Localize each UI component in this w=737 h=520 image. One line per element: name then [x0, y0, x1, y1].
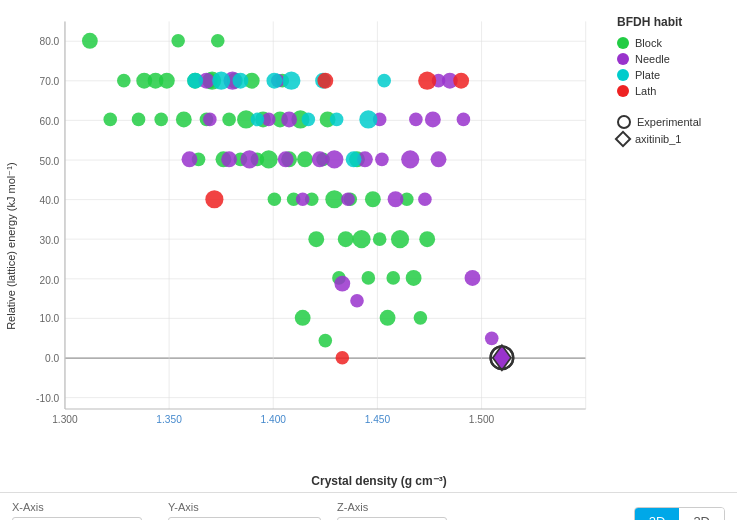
svg-point-71 — [373, 232, 387, 246]
y-axis-label: Relative (lattice) energy (kJ mol⁻¹) — [0, 0, 21, 492]
svg-point-94 — [296, 192, 310, 206]
svg-point-119 — [251, 113, 265, 127]
svg-text:1.450: 1.450 — [365, 414, 391, 425]
y-axis-control: Y-Axis Relative lattice energy — [168, 501, 321, 520]
svg-point-106 — [465, 270, 481, 286]
svg-point-86 — [319, 334, 333, 348]
plate-label: Plate — [635, 69, 660, 81]
svg-point-90 — [221, 151, 237, 167]
svg-point-65 — [338, 231, 354, 247]
svg-text:60.0: 60.0 — [39, 116, 59, 127]
legend-item-block: Block — [617, 37, 727, 49]
svg-point-82 — [154, 113, 168, 127]
svg-point-118 — [232, 73, 248, 89]
svg-point-102 — [418, 192, 432, 206]
svg-point-131 — [418, 72, 436, 90]
svg-point-130 — [317, 73, 333, 89]
svg-point-101 — [401, 150, 419, 168]
svg-point-126 — [359, 110, 377, 128]
svg-point-117 — [212, 72, 230, 90]
svg-text:20.0: 20.0 — [39, 275, 59, 286]
axitinib-icon — [615, 131, 632, 148]
svg-point-112 — [281, 111, 297, 127]
svg-point-88 — [182, 151, 198, 167]
svg-text:1.300: 1.300 — [52, 414, 78, 425]
svg-point-85 — [295, 310, 311, 326]
x-axis-control: X-Axis Crystal density — [12, 501, 152, 520]
x-axis-label: Crystal density (g cm⁻³) — [21, 472, 737, 492]
svg-point-69 — [362, 271, 376, 285]
svg-text:40.0: 40.0 — [39, 195, 59, 206]
svg-point-137 — [485, 332, 499, 346]
svg-point-51 — [260, 150, 278, 168]
z-axis-control: Z-Axis — [337, 501, 457, 520]
svg-text:70.0: 70.0 — [39, 76, 59, 87]
needle-color-icon — [617, 53, 629, 65]
svg-point-91 — [240, 150, 258, 168]
svg-point-81 — [159, 73, 175, 89]
y-axis-control-label: Y-Axis — [168, 501, 321, 513]
svg-text:10.0: 10.0 — [39, 313, 59, 324]
legend-item-plate: Plate — [617, 69, 727, 81]
block-label: Block — [635, 37, 662, 49]
plate-color-icon — [617, 69, 629, 81]
lath-color-icon — [617, 85, 629, 97]
svg-point-127 — [377, 74, 391, 88]
svg-point-42 — [211, 34, 225, 48]
svg-point-108 — [350, 294, 364, 308]
svg-point-78 — [419, 231, 435, 247]
plot-container: -10.0 0.0 10.0 20.0 30.0 40.0 50.0 60.0 … — [21, 0, 607, 472]
svg-point-44 — [222, 113, 236, 127]
btn-3d[interactable]: 3D — [679, 508, 724, 520]
z-axis-control-label: Z-Axis — [337, 501, 457, 513]
svg-text:-10.0: -10.0 — [36, 393, 60, 404]
svg-point-128 — [187, 73, 203, 89]
svg-text:1.500: 1.500 — [469, 414, 495, 425]
svg-point-97 — [341, 192, 355, 206]
svg-point-83 — [136, 73, 152, 89]
svg-point-120 — [266, 73, 282, 89]
main-container: Relative (lattice) energy (kJ mol⁻¹) — [0, 0, 737, 520]
svg-point-72 — [380, 310, 396, 326]
svg-point-133 — [453, 73, 469, 89]
svg-text:80.0: 80.0 — [39, 36, 59, 47]
svg-point-60 — [308, 231, 324, 247]
legend-item-lath: Lath — [617, 85, 727, 97]
legend-title: BFDH habit — [617, 15, 727, 29]
svg-point-107 — [334, 276, 350, 292]
block-color-icon — [617, 37, 629, 49]
svg-point-63 — [325, 190, 343, 208]
svg-point-76 — [406, 270, 422, 286]
controls-bar: X-Axis Crystal density Y-Axis Relative l… — [0, 492, 737, 520]
plot-and-legend: -10.0 0.0 10.0 20.0 30.0 40.0 50.0 60.0 … — [21, 0, 737, 472]
experimental-icon — [617, 115, 631, 129]
svg-point-73 — [386, 271, 400, 285]
needle-label: Needle — [635, 53, 670, 65]
chart-area: Relative (lattice) energy (kJ mol⁻¹) — [0, 0, 737, 492]
svg-point-122 — [302, 113, 316, 127]
x-axis-control-label: X-Axis — [12, 501, 152, 513]
svg-point-114 — [409, 113, 423, 127]
svg-point-52 — [268, 192, 282, 206]
svg-point-93 — [278, 151, 294, 167]
svg-point-96 — [325, 150, 343, 168]
svg-point-124 — [330, 113, 344, 127]
svg-point-103 — [431, 151, 447, 167]
legend-item-needle: Needle — [617, 53, 727, 65]
svg-point-74 — [391, 230, 409, 248]
svg-point-36 — [132, 113, 146, 127]
svg-point-38 — [171, 34, 185, 48]
svg-point-132 — [336, 351, 350, 365]
legend-item-experimental: Experimental — [617, 115, 727, 129]
axitinib-label: axitinib_1 — [635, 133, 681, 145]
svg-point-58 — [297, 151, 313, 167]
svg-point-70 — [365, 191, 381, 207]
svg-point-68 — [352, 230, 370, 248]
svg-point-121 — [282, 72, 300, 90]
svg-text:1.400: 1.400 — [261, 414, 287, 425]
scatter-plot: -10.0 0.0 10.0 20.0 30.0 40.0 50.0 60.0 … — [31, 10, 597, 432]
svg-point-79 — [176, 111, 192, 127]
svg-point-115 — [425, 111, 441, 127]
svg-point-105 — [457, 113, 471, 127]
btn-2d[interactable]: 2D — [635, 508, 680, 520]
